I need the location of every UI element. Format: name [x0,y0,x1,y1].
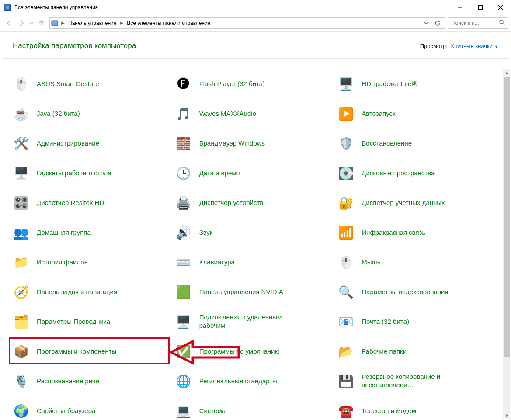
cp-item-label: Автозапуск [362,110,395,118]
recovery-icon: 🛡️ [336,134,355,153]
maximize-button[interactable] [470,0,490,14]
cp-item-label: Инфракрасная связь [362,229,425,237]
cp-item-label: ASUS Smart Gesture [37,80,99,88]
realtek-icon: 🎛️ [11,193,31,212]
cp-item-file-history[interactable]: 📁История файлов [11,252,170,273]
chevron-right-icon[interactable]: ▶ [119,21,124,25]
cp-item-label: Диспетчер Realtek HD [37,199,104,207]
cp-item-label: Диспетчер учетных данных [362,199,445,207]
chevron-right-icon[interactable]: ▶ [60,21,66,25]
cp-item-recovery[interactable]: 🛡️Восстановление [336,133,495,154]
asus-gesture-icon: 🖱️ [11,74,31,94]
breadcrumb-current[interactable]: Все элементы панели управления [124,20,213,26]
cp-item-storage-spaces[interactable]: 💽Дисковые пространства [336,163,495,184]
cp-item-mail[interactable]: 📧Почта (32 бита) [336,311,495,332]
homegroup-icon: 👥 [11,223,31,242]
vertical-scrollbar[interactable]: ▲ ▼ [503,69,510,419]
system-icon: 💻 [174,401,193,419]
svg-point-6 [500,20,503,24]
infrared-icon: 📶 [336,223,355,242]
window-title: Все элементы панели управления [14,4,98,10]
divider [2,58,509,59]
cp-item-label: Система [199,407,226,415]
cp-item-internet-options[interactable]: 🌍Свойства браузера [11,400,170,419]
cp-item-phone-modem[interactable]: ☎️Телефон и модем [336,400,495,419]
refresh-button[interactable] [433,19,442,28]
cp-item-label: Телефон и модем [362,407,416,415]
back-button[interactable] [3,17,15,29]
cp-item-nvidia[interactable]: 🟩Панель управления NVIDIA [174,281,333,302]
cp-item-label: Почта (32 бита) [362,318,409,326]
cp-item-remote-desktop[interactable]: 🖥️Подключения к удаленным рабочим [174,311,333,332]
cp-item-autoplay[interactable]: ▶️Автозапуск [336,103,495,124]
search-input[interactable] [451,20,497,27]
cp-item-backup[interactable]: 💾Резервное копирование и восстановлени… [336,371,495,392]
search-icon [499,19,505,27]
phone-modem-icon: ☎️ [336,401,355,419]
breadcrumb-root[interactable]: Панель управления [66,20,119,26]
cp-item-programs-features[interactable]: 📦Программы и компоненты [11,341,170,362]
datetime-icon: 🕒 [174,163,193,183]
cp-item-waves[interactable]: 🎵Waves MAXXAudio [174,103,333,124]
cp-item-admin-tools[interactable]: 🛠️Администрирование [11,133,170,154]
cp-item-default-programs[interactable]: ✅Программы по умолчанию [174,341,333,362]
cp-item-label: Свойства браузера [37,407,95,415]
forward-button[interactable] [15,17,28,29]
cp-item-firewall[interactable]: 🧱Брандмауэр Windows [174,133,333,154]
address-bar[interactable]: ▶ Панель управления ▶ Все элементы панел… [49,17,445,29]
nvidia-icon: 🟩 [174,282,193,302]
cp-item-mouse[interactable]: 🖱️Мышь [336,252,495,273]
search-box[interactable] [448,17,508,29]
cp-item-flash[interactable]: 🅕Flash Player (32 бита) [174,73,333,94]
cp-item-java[interactable]: ☕Java (32 бита) [11,103,170,124]
navigation-toolbar: ▶ Панель управления ▶ Все элементы панел… [0,14,511,32]
scroll-thumb[interactable] [504,77,510,357]
cp-item-device-manager[interactable]: 🖨️Диспетчер устройств [174,192,333,213]
view-by-dropdown[interactable]: Крупные значки▼ [451,43,498,49]
cp-item-infrared[interactable]: 📶Инфракрасная связь [336,222,495,243]
taskbar-icon: 🧭 [11,282,31,302]
flash-icon: 🅕 [174,74,193,94]
firewall-icon: 🧱 [174,134,193,153]
up-button[interactable] [35,17,48,29]
cp-item-sound[interactable]: 🔊Звук [174,222,333,243]
backup-icon: 💾 [336,371,355,391]
cp-item-gadgets[interactable]: 🖥️Гаджеты рабочего стола [11,163,170,184]
address-dropdown-button[interactable] [422,19,431,28]
svg-rect-0 [6,6,9,9]
cp-item-intel[interactable]: 🖥️HD-графика Intel® [336,73,495,94]
cp-item-datetime[interactable]: 🕒Дата и время [174,163,333,184]
cp-item-label: Региональные стандарты [199,377,277,385]
scroll-down-button[interactable]: ▼ [503,412,510,419]
chevron-down-icon: ▼ [494,45,498,49]
cp-item-work-folders[interactable]: 📂Рабочие папки [336,341,495,362]
cp-item-label: Дата и время [199,169,240,177]
cp-item-system[interactable]: 💻Система [174,400,333,419]
cp-item-indexing[interactable]: 🔍Параметры индексирования [336,281,495,302]
close-button[interactable] [490,0,511,14]
cp-item-label: Домашняя группа [37,229,91,237]
minimize-button[interactable] [450,0,470,14]
cp-item-asus-gesture[interactable]: 🖱️ASUS Smart Gesture [11,73,170,94]
cp-item-region[interactable]: 🌐Региональные стандарты [174,371,333,392]
cp-item-speech[interactable]: 🎙️Распознавание речи [11,371,170,392]
cp-item-keyboard[interactable]: ⌨️Клавиатура [174,252,333,273]
cp-item-label: Восстановление [362,139,412,148]
cp-item-taskbar[interactable]: 🧭Панель задач и навигация [11,281,170,302]
java-icon: ☕ [11,104,31,123]
waves-icon: 🎵 [174,104,193,123]
view-by-label: Просмотр: [420,43,448,49]
cp-item-label: Flash Player (32 бита) [199,80,265,88]
cp-item-homegroup[interactable]: 👥Домашняя группа [11,222,170,243]
work-folders-icon: 📂 [336,342,355,361]
recent-locations-button[interactable] [28,17,35,29]
cp-item-credential-manager[interactable]: 🔐Диспетчер учетных данных [336,192,495,213]
remote-desktop-icon: 🖥️ [174,312,193,331]
intel-icon: 🖥️ [336,74,355,94]
cp-item-label: Waves MAXXAudio [199,110,256,118]
cp-item-folder-options[interactable]: 🗂️Параметры Проводника [11,311,170,332]
cp-item-realtek[interactable]: 🎛️Диспетчер Realtek HD [11,192,170,213]
admin-tools-icon: 🛠️ [11,134,31,153]
scroll-up-button[interactable]: ▲ [503,69,510,76]
cp-item-label: Параметры Проводника [37,318,110,326]
